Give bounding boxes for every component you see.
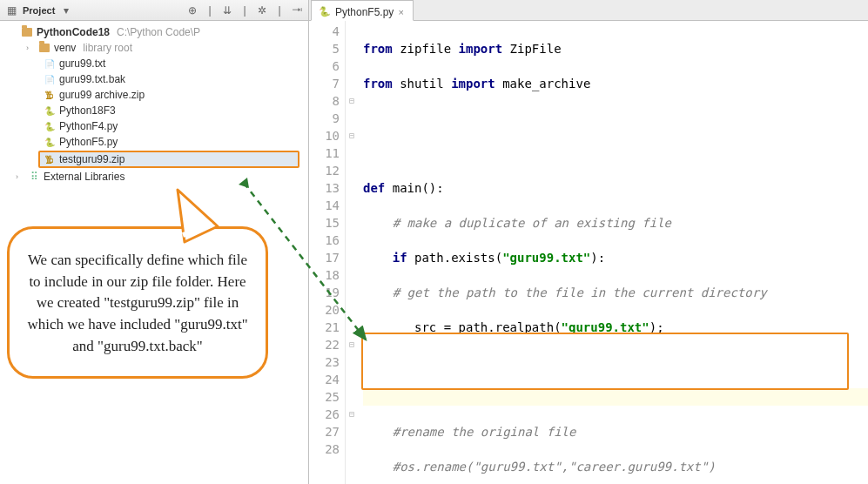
- close-icon[interactable]: ×: [398, 7, 403, 17]
- annotation-callout: We can specifically define which file to…: [7, 226, 268, 379]
- editor-tab-bar: 🐍 PythonF5.py ×: [309, 0, 868, 21]
- tree-file[interactable]: 🐍 PythonF5.py: [5, 134, 308, 150]
- project-toolbar: ▦ Project ▾ ⊕ | ⇊ | ✲ | ⭲: [0, 0, 308, 21]
- tab-pythonf5[interactable]: 🐍 PythonF5.py ×: [311, 0, 414, 21]
- python-file-icon: 🐍: [44, 120, 56, 132]
- gear-icon[interactable]: ✲: [256, 4, 268, 17]
- chevron-down-icon[interactable]: ▾: [60, 4, 72, 17]
- tree-file[interactable]: 🐍 Python18F3: [5, 103, 308, 118]
- code-editor[interactable]: 4567891011121314151617181920212223242526…: [309, 21, 868, 484]
- python-file-icon: 🐍: [319, 6, 331, 17]
- chevron-right-icon[interactable]: ›: [26, 44, 35, 52]
- tree-file[interactable]: 🐍 PythonF4.py: [5, 118, 308, 134]
- tree-file[interactable]: 📄 guru99.txt: [5, 56, 308, 71]
- tab-label: PythonF5.py: [335, 6, 394, 18]
- code-content[interactable]: from zipfile import ZipFile from shutil …: [358, 21, 868, 484]
- tree-venv[interactable]: › venv library root: [5, 40, 308, 56]
- hide-icon[interactable]: ⭲: [291, 4, 303, 17]
- chevron-right-icon[interactable]: ›: [16, 172, 24, 181]
- tree-file[interactable]: 📄 guru99.txt.bak: [5, 71, 308, 87]
- text-file-icon: 📄: [44, 57, 56, 70]
- library-icon: ⠿: [28, 171, 40, 183]
- project-icon: ▦: [5, 4, 17, 17]
- project-tree[interactable]: PythonCode18 C:\Python Code\P › venv lib…: [0, 21, 308, 185]
- line-gutter: 4567891011121314151617181920212223242526…: [309, 21, 346, 484]
- python-file-icon: 🐍: [44, 136, 56, 148]
- callout-text: We can specifically define which file to…: [27, 252, 247, 354]
- target-icon[interactable]: ⊕: [186, 4, 198, 17]
- collapse-icon[interactable]: ⇊: [221, 4, 233, 17]
- tree-file[interactable]: 🗜 guru99 archive.zip: [5, 87, 308, 103]
- tree-file-selected[interactable]: 🗜 testguru99.zip: [38, 151, 299, 168]
- zip-file-icon: 🗜: [44, 153, 56, 165]
- zip-file-icon: 🗜: [44, 89, 56, 101]
- fold-gutter: ⊟⊟⊟⊟: [346, 21, 358, 484]
- tree-external-libs[interactable]: › ⠿ External Libraries: [5, 169, 308, 185]
- folder-icon: [39, 44, 50, 52]
- python-file-icon: 🐍: [44, 104, 56, 117]
- tree-root[interactable]: PythonCode18 C:\Python Code\P: [5, 24, 308, 40]
- editor-panel: 🐍 PythonF5.py × 456789101112131415161718…: [309, 0, 868, 484]
- project-title: Project: [23, 5, 55, 16]
- text-file-icon: 📄: [44, 73, 56, 85]
- folder-icon: [22, 28, 32, 37]
